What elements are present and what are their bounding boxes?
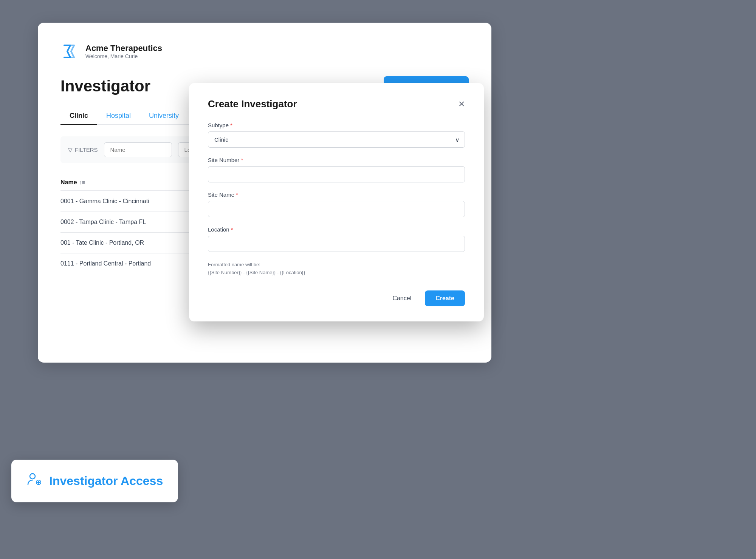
site-name-label: Site Name *: [208, 191, 465, 198]
investigator-access-card[interactable]: Investigator Access: [11, 460, 178, 502]
modal-header: Create Investigator ✕: [208, 98, 465, 110]
location-input[interactable]: [208, 236, 465, 252]
subtype-field: Subtype * Clinic Hospital University ∨: [208, 122, 465, 148]
welcome-text: Welcome, Marie Curie: [85, 53, 162, 59]
sort-icon: ↑≡: [79, 179, 85, 185]
site-number-field: Site Number *: [208, 157, 465, 182]
filters-button[interactable]: ▽ FILTERS: [68, 147, 98, 153]
investigator-access-icon: [26, 471, 43, 491]
subtype-required: *: [230, 122, 232, 128]
location-label: Location *: [208, 226, 465, 233]
access-card-label: Investigator Access: [49, 474, 163, 488]
modal-title: Create Investigator: [208, 98, 297, 110]
subtype-select-wrapper: Clinic Hospital University ∨: [208, 131, 465, 148]
site-name-field: Site Name *: [208, 191, 465, 217]
modal-footer: Cancel Create: [208, 290, 465, 306]
svg-point-0: [30, 474, 35, 479]
site-number-required: *: [241, 157, 243, 163]
modal-create-button[interactable]: Create: [425, 290, 465, 306]
column-name-header: Name ↑≡: [60, 179, 85, 186]
modal-close-button[interactable]: ✕: [458, 99, 465, 109]
tab-hospital[interactable]: Hospital: [97, 107, 140, 124]
app-header: Acme Therapeutics Welcome, Marie Curie: [60, 42, 469, 61]
app-logo-icon: [60, 42, 80, 61]
cancel-button[interactable]: Cancel: [385, 290, 419, 306]
filters-label: FILTERS: [75, 147, 98, 153]
site-number-input[interactable]: [208, 166, 465, 182]
tab-university[interactable]: University: [140, 107, 188, 124]
page-title: Investigator: [60, 77, 150, 95]
location-required: *: [231, 226, 233, 233]
filter-icon: ▽: [68, 147, 73, 153]
format-hint: Formatted name will be: {{Site Number}} …: [208, 261, 465, 277]
subtype-select[interactable]: Clinic Hospital University: [208, 131, 465, 148]
site-name-input[interactable]: [208, 201, 465, 217]
company-info: Acme Therapeutics Welcome, Marie Curie: [85, 43, 162, 59]
format-hint-line1: Formatted name will be:: [208, 261, 465, 269]
company-name: Acme Therapeutics: [85, 43, 162, 53]
subtype-label: Subtype *: [208, 122, 465, 128]
name-filter-input[interactable]: [104, 142, 172, 157]
location-field: Location *: [208, 226, 465, 252]
site-name-required: *: [236, 191, 238, 198]
create-investigator-modal: Create Investigator ✕ Subtype * Clinic H…: [189, 83, 484, 321]
site-number-label: Site Number *: [208, 157, 465, 163]
format-hint-line2: {{Site Number}} - {{Site Name}} - {{Loca…: [208, 269, 465, 277]
tab-clinic[interactable]: Clinic: [60, 107, 97, 125]
logo-area: Acme Therapeutics Welcome, Marie Curie: [60, 42, 162, 61]
